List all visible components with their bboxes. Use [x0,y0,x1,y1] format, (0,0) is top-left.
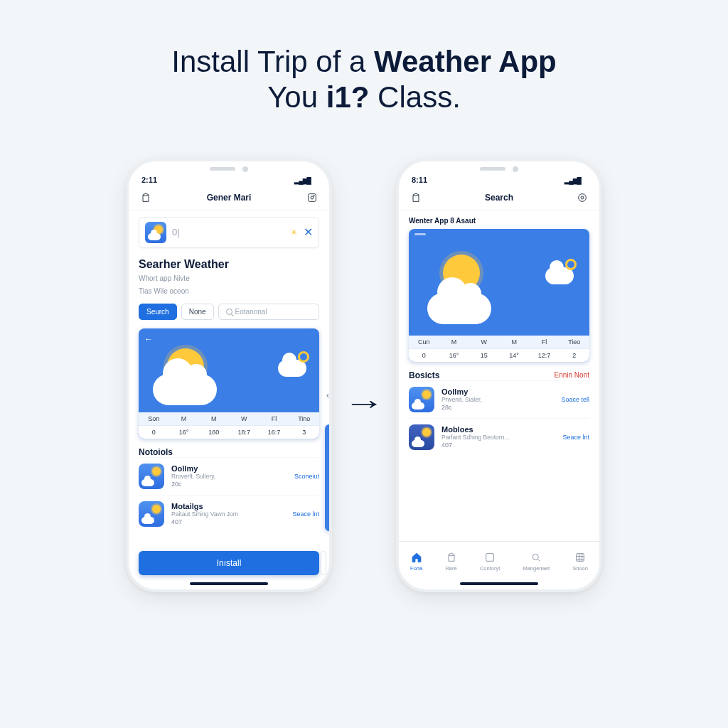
tab-comfort[interactable]: Conforyt [480,552,500,572]
install-side-button[interactable] [321,551,326,575]
nav-title: Search [485,193,513,203]
nav-right-icon[interactable] [305,191,319,205]
nav-left-icon[interactable] [409,191,423,205]
phone-notch [186,161,272,177]
pill-none[interactable]: None [181,304,214,320]
page-headline: Install Trip of a Weather App You i1? Cl… [0,0,728,116]
section-sub2: Tias Wile oceon [139,287,319,296]
app-icon [409,387,434,412]
nav-right-icon[interactable] [575,191,589,205]
tab-grid[interactable]: Snoon [572,552,588,572]
item-action[interactable]: Soace tell [561,396,589,403]
svg-point-12 [533,555,539,560]
tab-bar: Fona Rare Conforyt Mangenaet Snoon [399,541,599,579]
svg-point-4 [311,196,314,199]
search-icon [226,309,232,315]
status-time: 8:11 [412,176,427,184]
svg-point-5 [314,196,314,196]
svg-point-9 [579,194,587,202]
nav-bar: Gener Mari [129,186,329,211]
install-button[interactable]: Inıstall [139,551,319,575]
app-icon [409,424,434,450]
cloud-illustration [153,374,217,405]
forecast-days: Cun M W M Fl Tieo [409,336,589,348]
search-bar[interactable]: 0| ☀ ✕ [139,217,319,248]
section-title: Searher Weather [139,258,319,271]
item-action[interactable]: Seace lnt [562,434,589,441]
item-action[interactable]: Sconeiut [294,473,319,480]
section-sub1: Whort app Nivte [139,274,319,284]
pill-search[interactable]: Seurch [139,304,177,320]
nav-title: Gener Mari [207,193,252,203]
forecast-card[interactable]: Cun M W M Fl Tieo 0 16° 15 14° 12:7 2 [409,229,589,362]
svg-rect-13 [577,554,584,562]
carousel-arrow-icon: ‹ [326,390,329,400]
carousel-peek[interactable] [325,424,329,531]
home-indicator[interactable] [460,582,538,585]
list-header: Notoiols [139,447,173,457]
signal-icon: ▂▄▆█ [294,177,311,184]
signal-icon: ▂▄▆█ [564,177,581,184]
phone-notch [456,161,542,177]
list-header: Bosicts [409,370,439,380]
forecast-values: 0 16° 15 14° 12:7 2 [409,348,589,362]
svg-rect-11 [486,554,494,562]
section-subtitle: Wenter App 8 Asaut [409,217,589,225]
status-time: 2:11 [141,176,157,184]
list-item[interactable]: Motailgs Paitaut Sihing Vawn Jom 407 Sea… [139,495,319,532]
tab-management[interactable]: Mangenaet [523,552,550,572]
back-arrow-icon[interactable]: ← [144,334,153,344]
list-item[interactable]: Oollmy Prwenit. Sialer, 28c Soace tell [409,380,589,418]
mini-search[interactable]: Eotanonal [218,304,319,320]
arrow-icon [349,386,379,420]
home-indicator[interactable] [190,582,268,585]
item-action[interactable]: Seace lnt [292,510,319,518]
forecast-card[interactable]: ← Son M M W Fl Tino 0 16° 160 1 [139,328,319,439]
phone-left: 2:11 ▂▄▆█ Gener Mari [126,159,332,592]
forecast-days: Son M M W Fl Tino [139,412,319,425]
search-cursor: 0| [172,227,180,237]
app-icon [139,501,164,527]
forecast-values: 0 16° 160 18:7 16:7 3 [139,425,319,439]
nav-bar: Search [399,186,599,211]
tab-rare[interactable]: Rare [445,552,456,572]
small-cloud-icon [545,267,574,284]
app-icon [139,464,164,489]
list-item[interactable]: Oollmy Rroverlt. Sullery, 20c Sconeiut [139,457,319,495]
small-cloud-icon [278,360,306,377]
app-icon [145,222,166,243]
nav-left-icon[interactable] [139,191,153,205]
card-handle [414,233,426,235]
svg-point-10 [581,196,584,199]
list-item[interactable]: Mobloes Parfant Sdhing Beotorn... 407 Se… [409,418,589,456]
cloud-illustration [427,293,491,324]
phone-right: 8:11 ▂▄▆█ Search Wenter App 8 Asaut [396,159,602,592]
list-header-link[interactable]: Ennin Nont [555,371,589,379]
close-icon[interactable]: ✕ [304,225,313,239]
svg-rect-3 [309,194,316,202]
sun-icon: ☀ [290,228,298,237]
tab-home[interactable]: Fona [410,552,422,572]
